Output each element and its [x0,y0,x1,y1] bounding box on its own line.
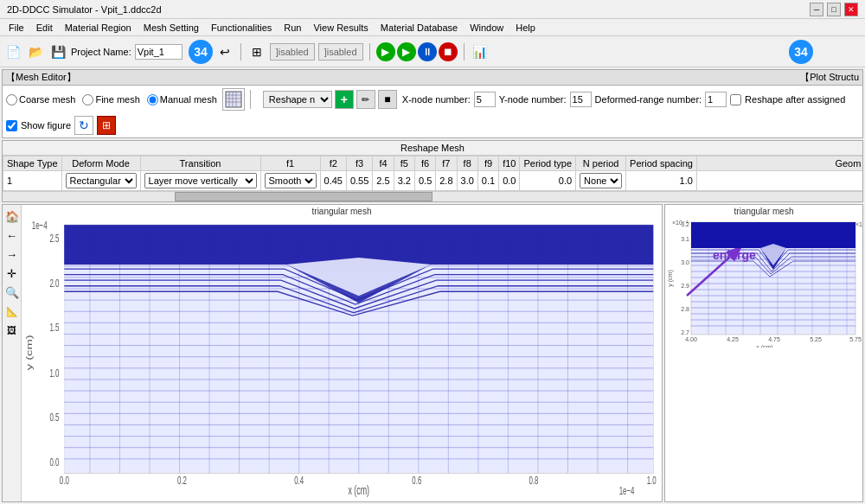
reshape-after-label: Reshape after assigned [745,94,845,105]
col-period-spacing: Period spacing [626,156,697,171]
x-node-input[interactable] [474,92,496,107]
mesh-settings-icon[interactable] [222,88,245,111]
plot-struct-header: 【Plot Structu [800,71,859,84]
cell-n-period: 1.0 [626,171,697,191]
deformed-range-input[interactable] [705,92,727,107]
y-node-label: Y-node number: [499,94,567,105]
deformed-range-label: Deformed-range number: [595,94,702,105]
svg-text:1.0: 1.0 [49,367,59,380]
add-reshape-button[interactable]: + [335,90,354,109]
close-button[interactable]: ✕ [844,3,858,16]
table-row: 1 Rectangular Layer move vertically [3,171,863,191]
show-figure-label: Show figure [21,120,71,131]
svg-text:x (cm): x (cm) [756,344,772,348]
col-f5: f5 [394,156,414,171]
cell-deform-mode: Layer move vertically [140,171,260,191]
svg-text:1.5: 1.5 [49,321,59,334]
svg-text:×10⁻⁵: ×10⁻⁵ [855,221,863,227]
undo-icon[interactable]: ↩ [215,42,234,61]
measure-tool[interactable]: 📐 [4,303,20,319]
shape-type-select[interactable]: Rectangular [66,173,137,188]
badge-right: 34 [789,40,813,64]
col-f2: f2 [320,156,346,171]
menu-mesh-setting[interactable]: Mesh Setting [138,22,204,34]
col-n-period: N period [576,156,626,171]
open-icon[interactable]: 📂 [26,42,45,61]
zoom-tool[interactable]: 🔍 [4,284,20,300]
menu-functionalities[interactable]: Functionalities [206,22,277,34]
cell-f2: 0.55 [346,171,372,191]
svg-text:0.4: 0.4 [294,474,304,487]
stop-button[interactable]: ⏹ [439,42,458,61]
pencil-icon[interactable]: ✏ [356,90,375,109]
period-type-select[interactable]: None [580,173,622,188]
cell-f5: 0.5 [414,171,435,191]
table-scrollbar[interactable] [3,191,862,201]
transition-select[interactable]: Smooth [265,173,317,188]
col-f9: f9 [477,156,498,171]
show-figure-group: Show figure ↻ ⊞ [6,116,116,135]
menu-edit[interactable]: Edit [31,22,58,34]
menu-help[interactable]: Help [510,22,541,34]
manual-mesh-radio[interactable]: Manual mesh [147,94,217,105]
grid-view-button[interactable]: ⊞ [97,116,116,135]
image-tool[interactable]: 🖼 [4,322,20,338]
delete-reshape-button[interactable]: ■ [378,90,397,109]
svg-text:4.25: 4.25 [727,336,739,342]
forward-tool[interactable]: → [4,246,20,262]
cell-f7: 3.0 [457,171,477,191]
menu-material-region[interactable]: Material Region [60,22,137,34]
maximize-button[interactable]: □ [827,3,841,16]
reshape-table-scroll[interactable]: Shape Type Deform Mode Transition f1 f2 … [3,156,862,191]
disabled-btn-2: ]isabled [318,43,363,61]
reshape-after-checkbox[interactable] [730,94,741,105]
fine-mesh-radio[interactable]: Fine mesh [82,94,139,105]
menu-material-database[interactable]: Material Database [375,22,463,34]
col-shape-type: Shape Type [3,156,62,171]
play-step-button[interactable]: ▶ [397,42,416,61]
title-bar-controls: ─ □ ✕ [810,3,858,16]
save-icon[interactable]: 💾 [48,42,67,61]
new-icon[interactable]: 📄 [3,42,22,61]
minimize-button[interactable]: ─ [810,3,823,16]
coarse-mesh-radio[interactable]: Coarse mesh [6,94,75,105]
mesh-type-group: Coarse mesh Fine mesh Manual mesh [6,94,217,105]
badge-left: 34 [189,40,213,64]
svg-text:2.0: 2.0 [49,277,59,290]
project-name-input[interactable] [135,44,183,60]
x-node-label: X-node number: [402,94,471,105]
svg-text:2.5: 2.5 [49,232,59,245]
cell-period-type: None [576,171,626,191]
col-f6: f6 [414,156,435,171]
chart-sidebar: 🏠 ← → ✛ 🔍 📐 🖼 [3,205,22,501]
col-geom: Geom [696,156,862,171]
svg-text:2.8: 2.8 [681,306,689,312]
menu-window[interactable]: Window [465,22,509,34]
toolbar: 📄 📂 💾 Project Name: 34 ↩ ⊞ ]isabled ]isa… [0,36,865,67]
chart-icon[interactable]: 📊 [471,42,490,61]
cell-transition: Smooth [260,171,320,191]
home-tool[interactable]: 🏠 [4,208,20,224]
pause-button[interactable]: ⏸ [418,42,437,61]
menu-file[interactable]: File [3,22,29,34]
col-f10: f10 [499,156,520,171]
play-button[interactable]: ▶ [376,42,395,61]
main-chart-title: triangular mesh [22,205,662,218]
mesh-icon[interactable]: ⊞ [247,42,266,61]
back-tool[interactable]: ← [4,227,20,243]
cell-f9: 0.0 [499,171,520,191]
y-node-input[interactable] [570,92,592,107]
node-fields: X-node number: Y-node number: Deformed-r… [402,92,845,107]
show-figure-checkbox[interactable] [6,120,17,131]
refresh-button[interactable]: ↻ [74,116,93,135]
svg-text:2.7: 2.7 [681,329,689,335]
menu-view-results[interactable]: View Results [308,22,373,34]
main-chart-svg: y (cm) 1e−4 x (cm) 1e−4 0.0 0.5 1.0 1.5 … [22,218,662,501]
pan-tool[interactable]: ✛ [4,265,20,281]
reshape-select[interactable]: Reshape n [263,91,332,108]
project-label: Project Name: [71,47,131,57]
svg-text:3.1: 3.1 [681,236,689,242]
menu-run[interactable]: Run [279,22,306,34]
col-f7: f7 [436,156,457,171]
deform-mode-select[interactable]: Layer move vertically [144,173,257,188]
